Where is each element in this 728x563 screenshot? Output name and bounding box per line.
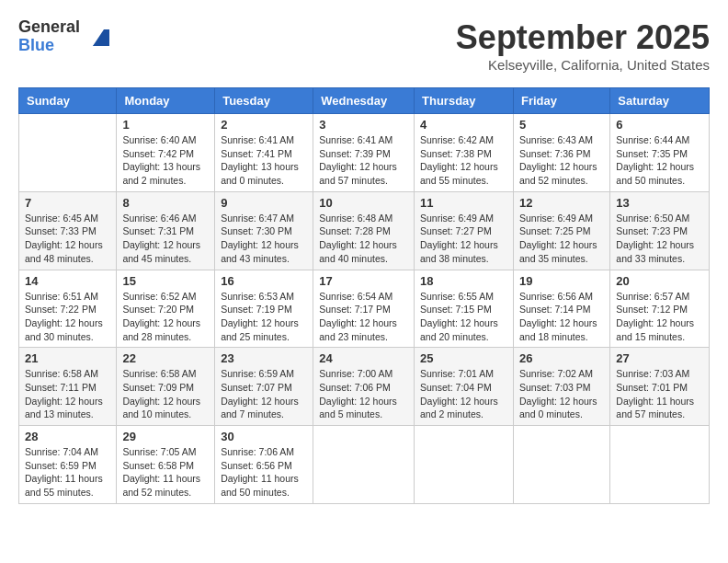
svg-marker-1 xyxy=(93,29,109,46)
day-number: 28 xyxy=(25,430,110,443)
day-number: 1 xyxy=(122,118,209,132)
header-wednesday: Wednesday xyxy=(313,88,415,114)
day-info: Sunrise: 7:05 AM Sunset: 6:58 PM Dayligh… xyxy=(122,445,209,500)
calendar-cell: 3Sunrise: 6:41 AM Sunset: 7:39 PM Daylig… xyxy=(313,114,415,192)
day-number: 13 xyxy=(616,196,703,210)
calendar-cell: 20Sunrise: 6:57 AM Sunset: 7:12 PM Dayli… xyxy=(610,270,710,348)
calendar-cell xyxy=(415,426,514,504)
calendar-cell xyxy=(513,426,609,504)
day-info: Sunrise: 6:40 AM Sunset: 7:42 PM Dayligh… xyxy=(122,133,209,188)
calendar-cell: 19Sunrise: 6:56 AM Sunset: 7:14 PM Dayli… xyxy=(513,270,609,348)
header-sunday: Sunday xyxy=(19,88,117,114)
day-number: 30 xyxy=(221,430,307,443)
day-info: Sunrise: 6:58 AM Sunset: 7:09 PM Dayligh… xyxy=(122,367,209,421)
calendar-cell: 11Sunrise: 6:49 AM Sunset: 7:27 PM Dayli… xyxy=(415,191,514,270)
calendar-header-row: SundayMondayTuesdayWednesdayThursdayFrid… xyxy=(19,88,710,114)
day-number: 9 xyxy=(221,196,307,210)
header-saturday: Saturday xyxy=(610,88,710,114)
calendar-week-row: 1Sunrise: 6:40 AM Sunset: 7:42 PM Daylig… xyxy=(19,114,710,192)
calendar-week-row: 28Sunrise: 7:04 AM Sunset: 6:59 PM Dayli… xyxy=(19,426,710,504)
day-info: Sunrise: 6:41 AM Sunset: 7:41 PM Dayligh… xyxy=(221,133,307,188)
day-info: Sunrise: 6:56 AM Sunset: 7:14 PM Dayligh… xyxy=(519,290,604,344)
day-number: 4 xyxy=(420,118,507,132)
day-number: 11 xyxy=(420,196,507,210)
day-info: Sunrise: 6:57 AM Sunset: 7:12 PM Dayligh… xyxy=(616,290,703,344)
day-number: 15 xyxy=(122,274,209,288)
calendar-cell xyxy=(313,426,415,504)
calendar-cell xyxy=(610,426,710,504)
calendar-table: SundayMondayTuesdayWednesdayThursdayFrid… xyxy=(18,87,710,504)
day-info: Sunrise: 6:59 AM Sunset: 7:07 PM Dayligh… xyxy=(221,367,307,421)
day-info: Sunrise: 6:44 AM Sunset: 7:35 PM Dayligh… xyxy=(616,133,703,188)
page-header: General Blue September 2025 Kelseyville,… xyxy=(18,18,710,73)
location-text: Kelseyville, California, United States xyxy=(456,57,710,73)
calendar-cell: 1Sunrise: 6:40 AM Sunset: 7:42 PM Daylig… xyxy=(117,114,215,192)
day-number: 19 xyxy=(519,274,604,288)
day-number: 24 xyxy=(319,351,408,365)
day-info: Sunrise: 6:53 AM Sunset: 7:19 PM Dayligh… xyxy=(221,290,307,344)
day-number: 7 xyxy=(25,196,110,210)
calendar-cell: 27Sunrise: 7:03 AM Sunset: 7:01 PM Dayli… xyxy=(610,348,710,426)
month-title: September 2025 xyxy=(456,18,710,57)
logo-blue-text: Blue xyxy=(18,37,80,55)
calendar-cell: 10Sunrise: 6:48 AM Sunset: 7:28 PM Dayli… xyxy=(313,191,415,270)
day-number: 16 xyxy=(221,274,307,288)
calendar-cell: 5Sunrise: 6:43 AM Sunset: 7:36 PM Daylig… xyxy=(513,114,609,192)
day-number: 23 xyxy=(221,351,307,365)
day-info: Sunrise: 7:02 AM Sunset: 7:03 PM Dayligh… xyxy=(519,367,604,421)
calendar-cell: 30Sunrise: 7:06 AM Sunset: 6:56 PM Dayli… xyxy=(215,426,313,504)
calendar-cell: 12Sunrise: 6:49 AM Sunset: 7:25 PM Dayli… xyxy=(513,191,609,270)
calendar-cell: 23Sunrise: 6:59 AM Sunset: 7:07 PM Dayli… xyxy=(215,348,313,426)
day-info: Sunrise: 6:43 AM Sunset: 7:36 PM Dayligh… xyxy=(519,133,604,188)
day-info: Sunrise: 6:48 AM Sunset: 7:28 PM Dayligh… xyxy=(319,212,408,266)
calendar-cell: 2Sunrise: 6:41 AM Sunset: 7:41 PM Daylig… xyxy=(215,114,313,192)
day-info: Sunrise: 6:41 AM Sunset: 7:39 PM Dayligh… xyxy=(319,133,408,188)
calendar-cell: 26Sunrise: 7:02 AM Sunset: 7:03 PM Dayli… xyxy=(513,348,609,426)
day-info: Sunrise: 6:49 AM Sunset: 7:27 PM Dayligh… xyxy=(420,212,507,266)
day-info: Sunrise: 6:46 AM Sunset: 7:31 PM Dayligh… xyxy=(122,212,209,266)
calendar-cell: 16Sunrise: 6:53 AM Sunset: 7:19 PM Dayli… xyxy=(215,270,313,348)
day-number: 8 xyxy=(122,196,209,210)
calendar-cell: 6Sunrise: 6:44 AM Sunset: 7:35 PM Daylig… xyxy=(610,114,710,192)
calendar-cell xyxy=(19,114,117,192)
day-info: Sunrise: 6:42 AM Sunset: 7:38 PM Dayligh… xyxy=(420,133,507,188)
day-info: Sunrise: 6:45 AM Sunset: 7:33 PM Dayligh… xyxy=(25,212,110,266)
header-thursday: Thursday xyxy=(415,88,514,114)
day-number: 2 xyxy=(221,118,307,132)
day-number: 27 xyxy=(616,351,703,365)
day-number: 20 xyxy=(616,274,703,288)
day-info: Sunrise: 7:03 AM Sunset: 7:01 PM Dayligh… xyxy=(616,367,703,421)
day-info: Sunrise: 6:49 AM Sunset: 7:25 PM Dayligh… xyxy=(519,212,604,266)
calendar-cell: 24Sunrise: 7:00 AM Sunset: 7:06 PM Dayli… xyxy=(313,348,415,426)
logo-general-text: General xyxy=(18,18,80,37)
calendar-cell: 28Sunrise: 7:04 AM Sunset: 6:59 PM Dayli… xyxy=(19,426,117,504)
day-number: 26 xyxy=(519,351,604,365)
header-tuesday: Tuesday xyxy=(215,88,313,114)
calendar-week-row: 21Sunrise: 6:58 AM Sunset: 7:11 PM Dayli… xyxy=(19,348,710,426)
calendar-cell: 29Sunrise: 7:05 AM Sunset: 6:58 PM Dayli… xyxy=(117,426,215,504)
day-info: Sunrise: 7:00 AM Sunset: 7:06 PM Dayligh… xyxy=(319,367,408,421)
day-number: 14 xyxy=(25,274,110,288)
day-number: 10 xyxy=(319,196,408,210)
day-info: Sunrise: 6:50 AM Sunset: 7:23 PM Dayligh… xyxy=(616,212,703,266)
calendar-cell: 4Sunrise: 6:42 AM Sunset: 7:38 PM Daylig… xyxy=(415,114,514,192)
calendar-week-row: 7Sunrise: 6:45 AM Sunset: 7:33 PM Daylig… xyxy=(19,191,710,270)
day-info: Sunrise: 6:52 AM Sunset: 7:20 PM Dayligh… xyxy=(122,290,209,344)
day-info: Sunrise: 6:58 AM Sunset: 7:11 PM Dayligh… xyxy=(25,367,110,421)
calendar-cell: 15Sunrise: 6:52 AM Sunset: 7:20 PM Dayli… xyxy=(117,270,215,348)
day-info: Sunrise: 6:51 AM Sunset: 7:22 PM Dayligh… xyxy=(25,290,110,344)
calendar-cell: 13Sunrise: 6:50 AM Sunset: 7:23 PM Dayli… xyxy=(610,191,710,270)
calendar-cell: 14Sunrise: 6:51 AM Sunset: 7:22 PM Dayli… xyxy=(19,270,117,348)
day-info: Sunrise: 7:04 AM Sunset: 6:59 PM Dayligh… xyxy=(25,445,110,500)
day-number: 3 xyxy=(319,118,408,132)
calendar-week-row: 14Sunrise: 6:51 AM Sunset: 7:22 PM Dayli… xyxy=(19,270,710,348)
day-info: Sunrise: 7:01 AM Sunset: 7:04 PM Dayligh… xyxy=(420,367,507,421)
header-monday: Monday xyxy=(117,88,215,114)
day-number: 29 xyxy=(122,430,209,443)
calendar-cell: 25Sunrise: 7:01 AM Sunset: 7:04 PM Dayli… xyxy=(415,348,514,426)
calendar-cell: 7Sunrise: 6:45 AM Sunset: 7:33 PM Daylig… xyxy=(19,191,117,270)
day-info: Sunrise: 6:55 AM Sunset: 7:15 PM Dayligh… xyxy=(420,290,507,344)
logo-icon xyxy=(84,20,117,53)
day-number: 6 xyxy=(616,118,703,132)
calendar-cell: 18Sunrise: 6:55 AM Sunset: 7:15 PM Dayli… xyxy=(415,270,514,348)
